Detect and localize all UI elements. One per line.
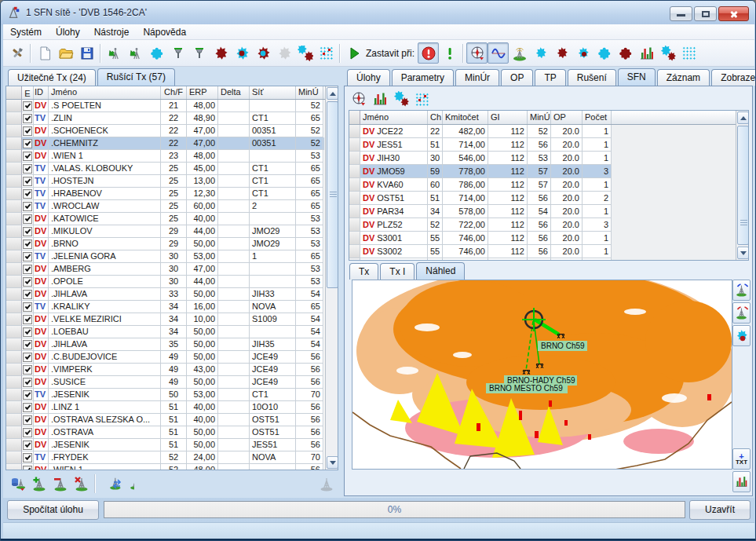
row-selector[interactable] <box>6 364 22 376</box>
enabled-checkbox[interactable] <box>22 225 34 238</box>
tx-table-row[interactable]: DV.C.BUDEJOVICE4950,00JCE4956 <box>6 351 324 364</box>
tab-op[interactable]: OP <box>501 69 533 86</box>
sfn-table-row[interactable]: DVJMO5959778,001125720.03 <box>349 165 736 178</box>
tab-parametry[interactable]: Parametry <box>392 69 454 86</box>
tab-uzitecne-tx[interactable]: Užitečné Tx (24) <box>8 69 96 86</box>
menu-napoveda[interactable]: Nápověda <box>136 25 193 39</box>
coverage-map[interactable]: BRNO Ch59 BRNO-HADY Ch59 BRNO MESTO Ch59 <box>352 280 732 470</box>
row-selector[interactable] <box>6 451 22 464</box>
row-selector[interactable] <box>349 165 360 178</box>
enabled-checkbox[interactable] <box>22 414 34 426</box>
sfn-table-row[interactable]: DVJCE2222482,001125220.01 <box>349 125 736 138</box>
sfn-table-row[interactable]: DVS300255746,001125620.01 <box>349 245 736 258</box>
col-ch[interactable]: Ch <box>428 111 443 124</box>
enabled-checkbox[interactable] <box>22 313 34 326</box>
sfn-table-row[interactable]: DVJIH3030546,001125320.01 <box>349 152 736 165</box>
db-antenna-button[interactable] <box>7 473 28 495</box>
tx-table-row[interactable]: DV.SCHOENECK2247,000035152 <box>6 125 324 137</box>
row-selector[interactable] <box>6 112 22 125</box>
row-selector[interactable] <box>349 178 360 192</box>
row-selector[interactable] <box>6 301 22 313</box>
pin-button-2[interactable] <box>188 42 210 64</box>
close-dialog-button[interactable]: Uzavřít <box>689 500 751 520</box>
scroll-up-arrow[interactable] <box>327 87 338 100</box>
col-selector[interactable] <box>349 111 360 124</box>
col-sit[interactable]: Síť <box>250 86 296 99</box>
enabled-checkbox[interactable] <box>22 451 34 464</box>
row-selector[interactable] <box>6 263 22 276</box>
tab-sfn[interactable]: SFN <box>618 68 656 86</box>
row-selector[interactable] <box>6 125 22 137</box>
col-minu[interactable]: MinÚ <box>296 86 323 99</box>
tab-tx[interactable]: Tx <box>349 263 378 280</box>
sfn-table-scrollbar[interactable] <box>736 111 749 260</box>
tx-table-row[interactable]: TV.WROCLAW2560,00265 <box>6 200 324 213</box>
row-selector[interactable] <box>349 258 360 261</box>
histogram-button[interactable] <box>732 471 751 492</box>
tx-table-row[interactable]: DV.OPOLE3044,0053 <box>6 276 324 288</box>
enabled-checkbox[interactable] <box>22 200 34 213</box>
row-selector[interactable] <box>6 276 22 288</box>
tx-table-row[interactable]: TV.FRYDEK5224,00NOVA70 <box>6 451 324 464</box>
col-e[interactable]: E <box>22 86 34 99</box>
splat-cyan-red-button[interactable] <box>231 42 252 64</box>
compass-button[interactable] <box>466 42 488 64</box>
col-pocet[interactable]: Počet <box>583 111 612 124</box>
tx-table-row[interactable]: DV.VIMPERK4943,00JCE4956 <box>6 364 324 376</box>
row-selector[interactable] <box>6 426 22 439</box>
tab-ulohy[interactable]: Úlohy <box>347 69 390 86</box>
scrollbar-thumb[interactable] <box>327 101 338 288</box>
sfn-table-row[interactable]: DVJES5151714,001125620.01 <box>349 138 736 152</box>
row-selector[interactable] <box>6 250 22 263</box>
tab-zaznam[interactable]: Záznam <box>657 69 710 86</box>
show-interfering-tx-button[interactable] <box>732 302 751 324</box>
row-selector[interactable] <box>6 389 22 401</box>
row-selector[interactable] <box>6 288 22 301</box>
col-id[interactable]: ID <box>34 86 49 99</box>
tx-table-row[interactable]: TV.KRALIKY3416,00NOVA65 <box>6 301 324 313</box>
enabled-checkbox[interactable] <box>22 338 34 351</box>
row-selector[interactable] <box>349 152 360 165</box>
enabled-checkbox[interactable] <box>22 364 34 376</box>
col-minu[interactable]: MinÚ <box>528 111 551 124</box>
tab-minur[interactable]: MinÚr <box>455 69 499 86</box>
enabled-checkbox[interactable] <box>22 188 34 200</box>
antenna-signal-button[interactable] <box>509 42 530 64</box>
antenna-button[interactable] <box>316 473 337 495</box>
enabled-checkbox[interactable] <box>22 288 34 301</box>
puzzle-darkred-button[interactable] <box>615 42 636 64</box>
row-selector[interactable] <box>6 213 22 225</box>
sfn-table-row[interactable]: DVPLZ5252722,001125620.03 <box>349 218 736 232</box>
menu-ulohy[interactable]: Úlohy <box>49 25 87 39</box>
show-coverage-button[interactable] <box>732 325 751 346</box>
enabled-checkbox[interactable] <box>22 326 34 338</box>
tx-table-row[interactable]: DV.OSTRAVA5150,00OST5156 <box>6 426 324 439</box>
row-selector[interactable] <box>6 137 22 150</box>
puzzle-cyan-button-2[interactable] <box>593 42 615 64</box>
splat-darkred-button-2[interactable] <box>551 42 572 64</box>
row-selector[interactable] <box>349 205 360 218</box>
tx-table-row[interactable]: DV.MIKULOV2944,00JMO2953 <box>6 225 324 238</box>
col-kmitocet[interactable]: Kmitočet <box>443 111 488 124</box>
row-selector[interactable] <box>6 163 22 175</box>
tx-table-row[interactable]: TV.HOSTEJN2513,00CT165 <box>6 175 324 188</box>
enabled-checkbox[interactable] <box>22 464 34 470</box>
enabled-checkbox[interactable] <box>22 276 34 288</box>
row-selector[interactable] <box>6 225 22 238</box>
antenna-up-button-2[interactable] <box>125 42 146 64</box>
sfn-table-row[interactable]: DVKVA6060786,001125720.01 <box>349 178 736 192</box>
splat-gray-button[interactable] <box>273 42 294 64</box>
row-selector[interactable] <box>349 245 360 258</box>
splat-cyan-red-small-button[interactable] <box>572 42 593 64</box>
sfn-compass-button[interactable] <box>348 89 369 110</box>
tools-button[interactable] <box>6 42 27 64</box>
splat-darkred-button[interactable] <box>210 42 231 64</box>
antenna-splat-button[interactable] <box>657 42 678 64</box>
title-bar[interactable]: 1 SFN sítě - 'DVB 1546-2CA' <box>1 1 756 24</box>
chart-button[interactable] <box>636 42 657 64</box>
enabled-checkbox[interactable] <box>22 439 34 451</box>
delete-antenna-button[interactable] <box>71 473 92 495</box>
exclamation-button[interactable] <box>439 42 460 64</box>
tx-table-row[interactable]: DV.WIEN 15248,0056 <box>6 464 324 470</box>
tx-table-row[interactable]: DV.OSTRAVA SLEZSKA O...5140,00OST5156 <box>6 414 324 426</box>
